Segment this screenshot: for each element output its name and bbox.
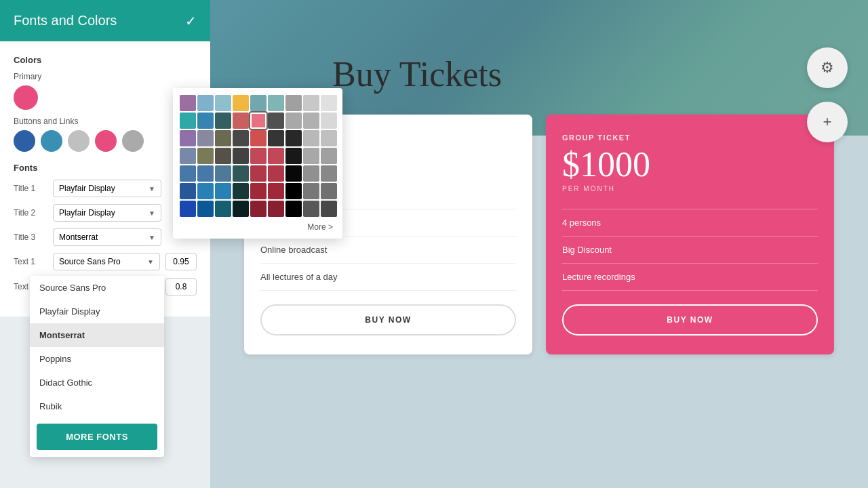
color-grid — [180, 95, 336, 217]
color-picker-cell[interactable] — [180, 201, 196, 217]
color-picker-cell[interactable] — [215, 130, 231, 146]
color-picker-cell[interactable] — [180, 95, 196, 111]
button-color-circles — [14, 130, 197, 152]
color-picker-cell[interactable] — [250, 165, 267, 182]
feature-broadcast: Online broadcast — [260, 237, 516, 264]
color-picker-cell[interactable] — [321, 183, 337, 199]
color-picker-cell[interactable] — [268, 148, 284, 164]
color-picker-cell[interactable] — [197, 113, 214, 129]
font-row-text1: Text 1 Source Sans Pro ▼ — [14, 253, 197, 270]
color-picker-cell[interactable] — [303, 113, 319, 129]
color-picker-cell[interactable] — [233, 130, 249, 146]
color-picker-cell[interactable] — [321, 130, 337, 146]
fonts-label: Fonts — [14, 163, 197, 173]
color-picker-cell[interactable] — [285, 165, 302, 182]
color-picker-cell[interactable] — [303, 201, 319, 217]
color-circle-pink[interactable] — [95, 130, 117, 152]
color-picker-cell[interactable] — [233, 183, 249, 199]
color-picker-cell[interactable] — [197, 130, 214, 146]
color-picker-cell[interactable] — [321, 95, 337, 111]
color-picker-cell[interactable] — [321, 201, 337, 217]
color-circle-gray[interactable] — [68, 130, 90, 152]
check-icon[interactable]: ✓ — [185, 13, 197, 29]
color-circle-blue[interactable] — [14, 130, 35, 152]
feature-discount: Big Discount — [562, 237, 818, 264]
color-picker-cell[interactable] — [285, 148, 302, 164]
color-picker-cell[interactable] — [180, 165, 196, 182]
color-picker-cell[interactable] — [268, 95, 284, 111]
color-picker-cell[interactable] — [233, 148, 249, 164]
color-picker-cell[interactable] — [197, 201, 214, 217]
color-picker-cell[interactable] — [268, 130, 284, 146]
color-picker-cell[interactable] — [250, 201, 267, 217]
color-picker-cell[interactable] — [233, 113, 249, 129]
text1-size-input[interactable] — [165, 253, 197, 270]
color-picker-cell[interactable] — [233, 201, 249, 217]
buttons-links-label: Buttons and Links — [14, 117, 197, 126]
color-picker-cell[interactable] — [303, 148, 319, 164]
color-picker-cell[interactable] — [215, 183, 231, 199]
color-picker-cell[interactable] — [303, 130, 319, 146]
color-picker-cell[interactable] — [215, 113, 231, 129]
color-picker-cell[interactable] — [197, 148, 214, 164]
color-picker-cell[interactable] — [268, 165, 284, 182]
color-picker-cell[interactable] — [233, 95, 249, 111]
color-picker-cell[interactable] — [285, 183, 302, 199]
color-picker-cell[interactable] — [215, 95, 231, 111]
text1-font-value: Source Sans Pro — [59, 257, 147, 266]
plus-button[interactable]: + — [807, 102, 848, 142]
color-picker-cell[interactable] — [321, 113, 337, 129]
color-picker-cell[interactable] — [197, 183, 214, 199]
color-picker-cell[interactable] — [250, 95, 267, 111]
color-circle-lightgray[interactable] — [122, 130, 144, 152]
color-picker-cell[interactable] — [250, 183, 267, 199]
font-option-playfair[interactable]: Playfair Display — [30, 300, 164, 323]
text2-size-input[interactable] — [165, 278, 197, 296]
color-circle-teal[interactable] — [41, 130, 62, 152]
color-picker-cell[interactable] — [197, 95, 214, 111]
color-picker-cell[interactable] — [250, 113, 267, 129]
color-picker-cell[interactable] — [303, 95, 319, 111]
text1-font-select[interactable]: Source Sans Pro ▼ — [53, 253, 160, 270]
title1-dropdown-arrow: ▼ — [149, 185, 155, 192]
color-picker-cell[interactable] — [285, 130, 302, 146]
font-option-rubik[interactable]: Rubik — [30, 394, 164, 418]
color-picker-cell[interactable] — [233, 165, 249, 182]
buy-button-group[interactable]: BUY NOW — [562, 304, 818, 336]
color-more-link[interactable]: More > — [180, 222, 336, 232]
color-picker-cell[interactable] — [268, 201, 284, 217]
color-picker-cell[interactable] — [285, 201, 302, 217]
color-picker-cell[interactable] — [215, 148, 231, 164]
font-option-didact[interactable]: Didact Gothic — [30, 371, 164, 394]
color-picker-cell[interactable] — [180, 130, 196, 146]
page-title: Buy Tickets — [332, 54, 834, 94]
color-picker-cell[interactable] — [268, 113, 284, 129]
color-picker-cell[interactable] — [321, 165, 337, 182]
color-picker-cell[interactable] — [321, 148, 337, 164]
color-picker-cell[interactable] — [268, 183, 284, 199]
color-picker-cell[interactable] — [180, 148, 196, 164]
color-picker-cell[interactable] — [250, 130, 267, 146]
font-option-sourcesans[interactable]: Source Sans Pro — [30, 276, 164, 300]
color-picker-cell[interactable] — [250, 148, 267, 164]
color-picker-cell[interactable] — [285, 113, 302, 129]
color-picker-cell[interactable] — [215, 165, 231, 182]
color-picker-cell[interactable] — [285, 95, 302, 111]
color-picker-cell[interactable] — [197, 165, 214, 182]
title2-font-select[interactable]: Playfair Display ▼ — [53, 204, 161, 222]
title1-font-select[interactable]: Playfair Display ▼ — [53, 180, 161, 197]
more-fonts-button[interactable]: MORE FONTS — [37, 424, 157, 450]
color-picker-cell[interactable] — [180, 183, 196, 199]
gear-button[interactable]: ⚙ — [807, 47, 848, 88]
primary-color-swatch[interactable] — [14, 85, 38, 110]
color-picker-cell[interactable] — [180, 113, 196, 129]
header-title: Fonts and Colors — [14, 13, 117, 28]
color-picker-cell[interactable] — [303, 165, 319, 182]
ticket-features-group: 4 persons Big Discount Lecture recording… — [562, 209, 818, 291]
title3-font-select[interactable]: Montserrat ▼ — [53, 228, 161, 246]
color-picker-cell[interactable] — [303, 183, 319, 199]
buy-button-oneday[interactable]: BUY NOW — [260, 304, 516, 336]
font-option-poppins[interactable]: Poppins — [30, 347, 164, 371]
color-picker-cell[interactable] — [215, 201, 231, 217]
font-option-montserrat[interactable]: Montserrat — [30, 323, 164, 347]
